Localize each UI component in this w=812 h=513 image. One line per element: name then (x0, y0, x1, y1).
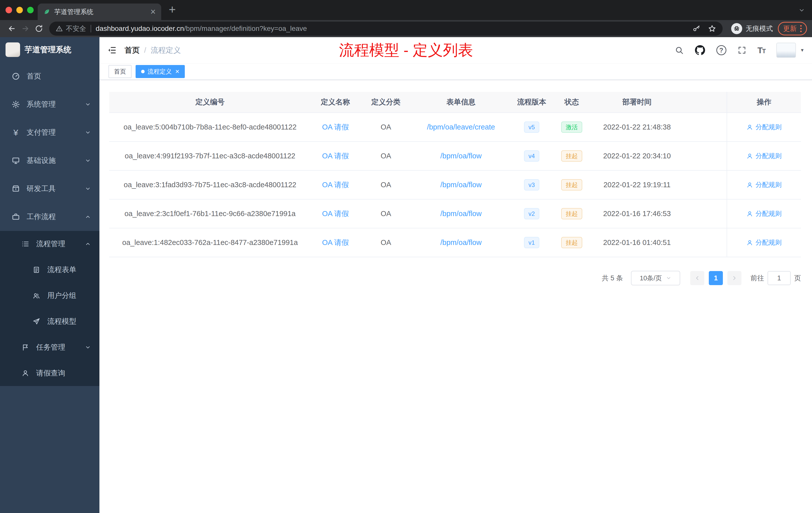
goto-label: 前往 (751, 274, 764, 282)
definition-table: 定义编号 定义名称 定义分类 表单信息 流程版本 状态 部署时间 操作 oa_l… (109, 92, 801, 257)
active-tag-dot (141, 70, 145, 73)
header-actions: ? TT ▼ (675, 43, 805, 58)
definition-name-link[interactable]: OA 请假 (322, 209, 349, 219)
browser-tab[interactable]: 芋道管理系统 × (38, 3, 161, 20)
definition-category: OA (360, 171, 412, 199)
tab-close-icon[interactable]: × (150, 7, 156, 16)
new-tab-button[interactable]: + (169, 3, 176, 16)
form-info-link[interactable]: /bpm/oa/flow (440, 152, 482, 160)
forward-button[interactable] (19, 22, 32, 35)
yen-icon: ¥ (11, 128, 21, 137)
reload-button[interactable] (32, 22, 46, 35)
sidebar-item-process-model[interactable]: 流程模型 (0, 308, 99, 334)
tag-close-icon[interactable]: × (175, 68, 179, 75)
github-icon[interactable] (695, 45, 705, 56)
sidebar-item-dev-tools[interactable]: 研发工具 (0, 175, 99, 203)
assign-rule-button[interactable]: 分配规则 (747, 123, 782, 131)
fullscreen-icon[interactable] (737, 46, 747, 55)
password-key-icon[interactable] (693, 25, 700, 33)
close-window-button[interactable] (5, 7, 12, 13)
definition-name-link[interactable]: OA 请假 (322, 122, 349, 132)
avatar-caret-icon[interactable]: ▼ (800, 48, 805, 53)
page-size-select[interactable]: 10条/页 (631, 271, 680, 285)
definition-id: oa_leave:4:991f2193-7b7f-11ec-a3c8-acde4… (109, 142, 311, 170)
chevron-up-icon (85, 214, 91, 220)
url-text[interactable]: dashboard.yudao.iocoder.cn/bpm/manager/d… (96, 25, 307, 33)
url-path: /bpm/manager/definition?key=oa_leave (184, 25, 307, 32)
page-jump-input[interactable] (767, 271, 791, 285)
assign-rule-button[interactable]: 分配规则 (747, 238, 782, 247)
tag-label: 首页 (114, 67, 126, 76)
sidebar-item-home[interactable]: 首页 (0, 62, 99, 90)
assign-rule-button[interactable]: 分配规则 (747, 180, 782, 189)
sidebar-item-process-form[interactable]: 流程表单 (0, 257, 99, 282)
workflow-submenu: 流程管理 流程表单 用户分组 流程模型 (0, 231, 99, 386)
site-favicon-icon (43, 8, 50, 15)
definition-name-link[interactable]: OA 请假 (322, 151, 349, 161)
sidebar-item-label: 首页 (27, 71, 41, 81)
pagination-total: 共 5 条 (602, 274, 623, 282)
sidebar-item-system[interactable]: 系统管理 (0, 90, 99, 118)
sidebar-item-user-group[interactable]: 用户分组 (0, 282, 99, 308)
sidebar-item-leave-query[interactable]: 请假查询 (0, 360, 99, 386)
main-area: 首页 / 流程定义 流程模型 - 定义列表 ? TT ▼ 首页 流程 (99, 37, 812, 513)
sidebar-item-label: 流程管理 (36, 239, 65, 249)
form-info-link[interactable]: /bpm/oa/leave/create (427, 123, 495, 131)
brand-avatar (5, 42, 20, 57)
sidebar-fold-icon[interactable] (107, 45, 117, 55)
tag-current[interactable]: 流程定义 × (136, 65, 185, 78)
form-info-link[interactable]: /bpm/oa/flow (440, 210, 482, 218)
deploy-time: 2022-01-16 17:46:53 (590, 200, 684, 228)
user-icon (747, 211, 753, 217)
version-badge: v4 (524, 150, 539, 162)
sidebar-item-label: 研发工具 (27, 184, 56, 194)
page-title: 流程模型 - 定义列表 (339, 40, 473, 60)
definition-name-link[interactable]: OA 请假 (322, 238, 349, 248)
form-info-link[interactable]: /bpm/oa/flow (440, 238, 482, 247)
update-browser-button[interactable]: 更新 (778, 22, 807, 35)
assign-rule-button[interactable]: 分配规则 (747, 152, 782, 160)
breadcrumb-home[interactable]: 首页 (124, 45, 140, 56)
sidebar-item-process-management[interactable]: 流程管理 (0, 231, 99, 257)
definition-name-link[interactable]: OA 请假 (322, 180, 349, 190)
sidebar-item-label: 支付管理 (27, 127, 56, 138)
search-icon[interactable] (675, 46, 684, 55)
next-page-button[interactable] (727, 271, 742, 285)
security-status[interactable]: 不安全 (56, 24, 86, 33)
browser-menu-icon[interactable] (800, 25, 802, 32)
sidebar-item-workflow[interactable]: 工作流程 (0, 203, 99, 231)
form-info-link[interactable]: /bpm/oa/flow (440, 181, 482, 189)
sidebar-item-label: 流程模型 (47, 316, 76, 327)
sidebar-item-task-management[interactable]: 任务管理 (0, 334, 99, 360)
breadcrumb: 首页 / 流程定义 (124, 45, 181, 56)
font-size-icon[interactable]: TT (757, 46, 765, 55)
version-badge: v5 (524, 121, 539, 133)
sidebar-item-payment[interactable]: ¥ 支付管理 (0, 118, 99, 147)
address-bar[interactable]: 不安全 dashboard.yudao.iocoder.cn/bpm/manag… (49, 22, 723, 36)
flag-icon (21, 343, 30, 351)
bookmark-star-icon[interactable] (708, 25, 716, 33)
brand-title: 芋道管理系统 (25, 44, 71, 55)
page-number-button[interactable]: 1 (709, 271, 723, 285)
prev-page-button[interactable] (690, 271, 704, 285)
user-icon (747, 239, 753, 246)
update-label: 更新 (783, 24, 797, 33)
window-controls (5, 7, 34, 13)
user-avatar[interactable] (776, 43, 796, 58)
browser-window: 芋道管理系统 × + 不安全 dashboard.yudao.iocoder.c… (0, 0, 812, 37)
assign-rule-button[interactable]: 分配规则 (747, 209, 782, 218)
tag-home[interactable]: 首页 (109, 65, 132, 78)
definition-id: oa_leave:1:482ec033-762a-11ec-8477-a2380… (109, 229, 311, 257)
table-row: oa_leave:1:482ec033-762a-11ec-8477-a2380… (109, 229, 801, 257)
back-button[interactable] (5, 22, 19, 35)
status-badge: 挂起 (561, 179, 582, 191)
zoom-window-button[interactable] (27, 7, 34, 13)
column-header: 表单信息 (412, 92, 510, 113)
tag-label: 流程定义 (148, 67, 172, 76)
app-header: 首页 / 流程定义 流程模型 - 定义列表 ? TT ▼ (99, 37, 812, 63)
tab-bar: 芋道管理系统 × + (0, 0, 812, 20)
help-icon[interactable]: ? (716, 45, 726, 55)
minimize-window-button[interactable] (16, 7, 23, 13)
tab-search-chevron-icon[interactable] (799, 7, 805, 13)
sidebar-item-infrastructure[interactable]: 基础设施 (0, 147, 99, 175)
